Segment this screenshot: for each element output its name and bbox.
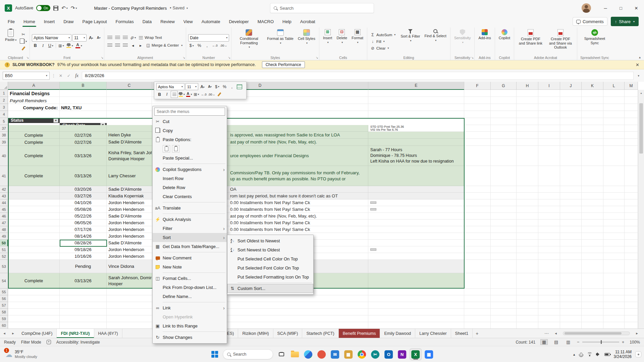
ribbon-tab-view[interactable]: View	[179, 16, 197, 27]
row-header-53[interactable]: 53	[0, 260, 8, 273]
tab-overflow-icon[interactable]: ⋯	[544, 331, 549, 336]
formula-bar-expand-icon[interactable]: ▾	[636, 74, 641, 77]
decrease-decimal-button[interactable]: .00→	[219, 43, 228, 49]
cell-date-50[interactable]: 08/28/26	[60, 240, 107, 246]
alignment-dialog-launcher-icon[interactable]: ↘	[183, 56, 185, 59]
create-pdf-and-share-link-button[interactable]: Create PDF and Share link	[516, 28, 545, 55]
format-painter-button[interactable]	[19, 45, 28, 52]
menu-item-copy[interactable]: Copy	[153, 126, 227, 135]
menu-search-box[interactable]	[154, 108, 225, 116]
sheet-tab-sca-m9f[interactable]: SCA (M9F)	[273, 329, 303, 338]
row-header-54[interactable]: 54	[0, 273, 8, 289]
cell-I3[interactable]	[538, 104, 560, 111]
cell-screenshots-50[interactable]	[368, 240, 464, 246]
cell-date-38[interactable]: 02/27/26	[60, 132, 107, 139]
row-header-57[interactable]: 57	[0, 302, 8, 309]
font-name-select[interactable]: Aptos Narrow▾	[32, 34, 71, 42]
row-header-49[interactable]: 49	[0, 233, 8, 240]
mic-icon[interactable]	[580, 353, 582, 356]
cell-date-60[interactable]	[60, 322, 107, 328]
filter-button-status[interactable]: ▾	[53, 118, 58, 123]
column-header-E[interactable]: E	[368, 82, 464, 90]
percent-style-button[interactable]: %	[196, 43, 203, 49]
cell-screenshots-57[interactable]	[368, 302, 464, 309]
new-sheet-button[interactable]: +	[473, 329, 481, 338]
sheet-tab-compone-u4f[interactable]: CompOne (U4F)	[17, 329, 57, 338]
save-icon[interactable]	[53, 6, 58, 11]
cell-F2[interactable]	[464, 97, 491, 104]
cell-employee-49[interactable]: Jordon Henderson	[107, 233, 152, 240]
mini-italic-button[interactable]: I	[164, 91, 170, 98]
column-header-M[interactable]: M	[625, 82, 638, 90]
accounting-format-button[interactable]: $▾	[188, 43, 195, 49]
cell-employee-46[interactable]: Sadie D'Alimonte	[107, 213, 152, 220]
cell-L1[interactable]	[603, 90, 625, 97]
cell-date-53[interactable]: Pending	[60, 260, 107, 273]
menu-item-new-note[interactable]: New Note	[153, 262, 227, 272]
cell-K1[interactable]	[582, 90, 603, 97]
cell-employee-39[interactable]: Sadie D'Alimonte	[107, 139, 152, 146]
comma-style-button[interactable]: ,	[204, 43, 210, 49]
document-title[interactable]: Master - Company Payroll Reminders	[94, 6, 167, 11]
find-select-button[interactable]: Find & Select▾	[423, 28, 448, 55]
cell-status-59[interactable]	[8, 315, 60, 322]
onenote-icon[interactable]: N	[396, 349, 408, 360]
column-header-J[interactable]: J	[560, 82, 582, 90]
cell-K3[interactable]	[582, 104, 603, 111]
row-header-39[interactable]: 39	[0, 139, 8, 146]
cell-C3[interactable]	[107, 104, 152, 111]
task-view-icon[interactable]	[276, 349, 287, 360]
row-header-59[interactable]: 59	[0, 315, 8, 322]
cell-screenshots-41[interactable]	[368, 166, 464, 186]
row-header-50[interactable]: 50	[0, 240, 8, 246]
cell-styles-button[interactable]: Cell Styles▾	[296, 28, 317, 55]
cell-status-45[interactable]	[8, 206, 60, 213]
cell-G3[interactable]	[491, 104, 517, 111]
cell-E4[interactable]	[368, 111, 464, 118]
mini-bold-button[interactable]: B	[156, 91, 163, 98]
cell-G2[interactable]	[491, 97, 517, 104]
menu-item-show-changes[interactable]: ↻Show Changes	[153, 333, 227, 342]
column-header-B[interactable]: B	[60, 82, 107, 90]
cell-employee-40[interactable]: Kisha Friley, Sarah Johnson,Dominique Ho…	[107, 146, 152, 166]
cell-A4[interactable]	[8, 111, 60, 118]
cell-date-43[interactable]: 03/27/26	[60, 193, 107, 199]
cell-M1[interactable]	[625, 90, 638, 97]
maximize-button[interactable]: □	[613, 0, 629, 16]
font-dialog-launcher-icon[interactable]: ↘	[101, 56, 104, 59]
cell-status-41[interactable]: Complete	[8, 166, 60, 186]
cell-G4[interactable]	[491, 111, 517, 118]
ribbon-tab-formulas[interactable]: Formulas	[111, 16, 138, 27]
cut-button[interactable]: ✂	[19, 31, 28, 38]
cell-screenshots-51[interactable]	[368, 246, 464, 253]
snip-icon[interactable]: ✂	[370, 349, 381, 360]
menu-item-link[interactable]: ∞Link›	[153, 303, 227, 312]
column-header-C[interactable]: C	[107, 82, 152, 90]
cell-employee-44[interactable]: Jordon Henderson	[107, 199, 152, 206]
cell-date-54[interactable]: 03/13/26	[60, 273, 107, 289]
row-header-55[interactable]: 55	[0, 289, 8, 295]
cell-status-40[interactable]: Complete	[8, 146, 60, 166]
zoom-slider[interactable]	[582, 342, 619, 343]
sort-filter-button[interactable]: Sort & Filter▾	[399, 28, 422, 55]
cell-employee-38[interactable]: Helen Dyke	[107, 132, 152, 139]
cell-L3[interactable]	[603, 104, 625, 111]
mini-percent-button[interactable]: %	[221, 83, 228, 90]
ribbon-tab-data[interactable]: Data	[138, 16, 156, 27]
check-performance-button[interactable]: Check Performance	[262, 61, 305, 68]
autosave-toggle[interactable]: On	[36, 5, 50, 11]
menu-item-delete-row[interactable]: Delete Row	[153, 183, 227, 192]
cell-employee-56[interactable]	[107, 295, 152, 302]
cell-status-48[interactable]	[8, 226, 60, 233]
menu-item-link-to-this-range[interactable]: ▣Link to this Range	[153, 321, 227, 330]
cell-status-44[interactable]	[8, 199, 60, 206]
row-header-60[interactable]: 60	[0, 322, 8, 328]
cell-date-55[interactable]	[60, 289, 107, 295]
sheet-tab-fdi-nr2-txu[interactable]: FDI (NR2-TXU)	[57, 329, 94, 338]
cell-J4[interactable]	[560, 111, 582, 118]
store-icon[interactable]: ▦	[423, 349, 435, 360]
cell-H2[interactable]	[517, 97, 538, 104]
cell-M2[interactable]	[625, 97, 638, 104]
italic-button[interactable]: I	[40, 43, 46, 49]
cell-F4[interactable]	[464, 111, 491, 118]
